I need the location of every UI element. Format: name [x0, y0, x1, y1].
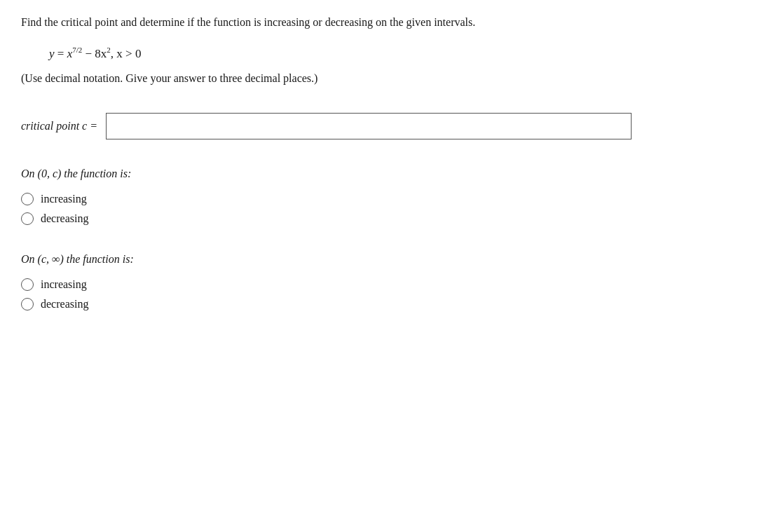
interval2-section: On (c, ∞) the function is: increasing de…: [21, 253, 736, 311]
interval1-decreasing-radio[interactable]: [21, 212, 34, 225]
question-main-text: Find the critical point and determine if…: [21, 14, 736, 31]
interval2-decreasing-radio[interactable]: [21, 298, 34, 311]
interval1-increasing-option[interactable]: increasing: [21, 193, 736, 205]
interval1-section: On (0, c) the function is: increasing de…: [21, 168, 736, 225]
interval1-decreasing-option[interactable]: decreasing: [21, 212, 736, 225]
interval2-decreasing-label: decreasing: [41, 298, 88, 311]
critical-point-label: critical point c =: [21, 120, 97, 132]
interval1-label: On (0, c) the function is:: [21, 168, 736, 180]
interval1-radio-group: increasing decreasing: [21, 193, 736, 225]
interval2-decreasing-option[interactable]: decreasing: [21, 298, 736, 311]
function-middle: − 8x: [82, 47, 107, 60]
interval1-increasing-label: increasing: [41, 193, 87, 205]
interval2-increasing-label: increasing: [41, 278, 87, 291]
critical-point-input[interactable]: [106, 113, 632, 139]
exponent-1: 7/2: [72, 46, 82, 54]
interval2-radio-group: increasing decreasing: [21, 278, 736, 311]
interval2-label: On (c, ∞) the function is:: [21, 253, 736, 266]
notation-note: (Use decimal notation. Give your answer …: [21, 72, 736, 85]
interval2-increasing-option[interactable]: increasing: [21, 278, 736, 291]
interval1-increasing-radio[interactable]: [21, 193, 34, 205]
function-domain: , x > 0: [111, 47, 142, 60]
critical-point-row: critical point c =: [21, 113, 736, 139]
interval2-increasing-radio[interactable]: [21, 278, 34, 291]
interval1-decreasing-label: decreasing: [41, 212, 88, 225]
function-equation: y = x7/2 − 8x2, x > 0: [49, 43, 736, 65]
